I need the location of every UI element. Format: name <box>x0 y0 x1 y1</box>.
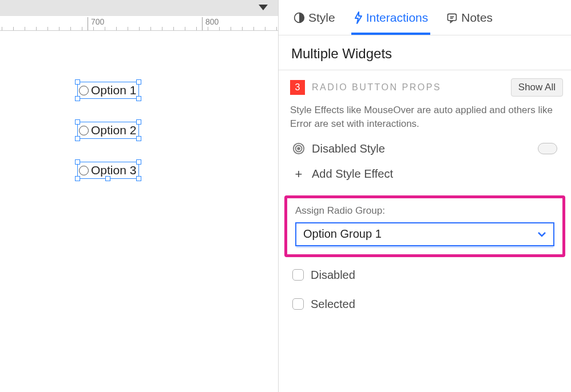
radio-group-input[interactable] <box>303 227 546 241</box>
props-description: Style Effects like MouseOver are auto ap… <box>279 101 571 139</box>
disabled-style-toggle[interactable] <box>538 143 557 154</box>
radio-widget-label: Option 2 <box>91 123 136 137</box>
selection-handle[interactable] <box>75 96 80 101</box>
add-style-effect-label: Add Style Effect <box>312 167 393 181</box>
selection-handle[interactable] <box>136 96 141 101</box>
selection-handle[interactable] <box>75 136 80 141</box>
radio-widget-label: Option 1 <box>91 83 136 97</box>
ruler-label: 800 <box>202 17 219 30</box>
panel-tabs: Style Interactions Notes <box>279 0 571 35</box>
show-all-button[interactable]: Show All <box>511 78 563 97</box>
ruler-horizontal: 700800 <box>0 16 278 31</box>
tab-notes-label: Notes <box>461 11 493 25</box>
selection-handle[interactable] <box>75 119 80 125</box>
panel-title: Multiple Widgets <box>279 35 571 70</box>
disabled-style-label: Disabled Style <box>312 142 531 155</box>
radio-circle-icon <box>79 86 89 95</box>
assign-radio-group-label: Assign Radio Group: <box>295 205 554 217</box>
selection-handle[interactable] <box>136 119 141 125</box>
tab-interactions-label: Interactions <box>366 11 429 25</box>
tab-interactions[interactable]: Interactions <box>344 0 438 35</box>
toolbar-dropdown-caret-icon[interactable] <box>259 5 268 10</box>
canvas-area: 700800 Option 1Option 2Option 3 <box>0 0 279 392</box>
selection-handle[interactable] <box>136 159 141 165</box>
selection-handle[interactable] <box>136 136 141 141</box>
tab-style[interactable]: Style <box>284 0 344 35</box>
svg-rect-1 <box>448 14 457 21</box>
selection-handle[interactable] <box>105 176 110 181</box>
add-style-effect-button[interactable]: + Add Style Effect <box>279 163 571 185</box>
selection-handle[interactable] <box>75 176 80 181</box>
radio-circle-icon <box>79 166 89 175</box>
radio-group-combobox[interactable] <box>295 222 554 246</box>
radio-widget-label: Option 3 <box>91 163 136 177</box>
selected-checkbox[interactable] <box>292 298 304 310</box>
selection-handle[interactable] <box>136 79 141 85</box>
plus-icon: + <box>292 167 305 182</box>
selected-checkbox-label: Selected <box>311 298 355 311</box>
canvas-content[interactable]: Option 1Option 2Option 3 <box>0 31 278 392</box>
ruler-label: 700 <box>88 17 104 30</box>
target-icon <box>292 142 305 155</box>
radio-widget[interactable]: Option 3 <box>77 162 139 179</box>
svg-point-6 <box>298 147 300 150</box>
disabled-checkbox-label: Disabled <box>311 269 355 282</box>
notes-icon <box>446 12 458 23</box>
props-section-label: RADIO BUTTON PROPS <box>312 82 511 93</box>
radio-widget[interactable]: Option 2 <box>77 122 139 139</box>
inspector-panel: Style Interactions Notes Multiple Widget… <box>279 0 571 392</box>
selection-handle[interactable] <box>136 176 141 181</box>
radio-widget[interactable]: Option 1 <box>77 82 139 99</box>
tab-style-label: Style <box>308 11 335 25</box>
tab-notes[interactable]: Notes <box>437 0 502 35</box>
canvas-toolbar-strip <box>0 0 278 16</box>
assign-radio-group-highlight: Assign Radio Group: <box>284 195 565 257</box>
disabled-checkbox[interactable] <box>292 269 304 281</box>
chevron-down-icon[interactable] <box>537 231 546 238</box>
style-icon <box>294 12 305 23</box>
selection-handle[interactable] <box>75 159 80 165</box>
selection-count-badge: 3 <box>290 80 305 95</box>
radio-circle-icon <box>79 126 89 135</box>
selection-handle[interactable] <box>75 79 80 85</box>
lightning-icon <box>354 11 363 25</box>
